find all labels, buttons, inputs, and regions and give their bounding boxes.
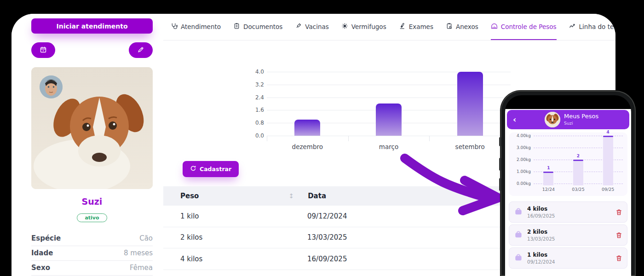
bar-setembro <box>457 72 483 136</box>
clipboard-search-icon <box>446 23 453 31</box>
weight-chart-icon <box>491 23 498 31</box>
tab-linha-do-tempo[interactable]: Linha do tempo <box>569 14 615 40</box>
y-tick: 3.2 <box>247 81 264 88</box>
phone-header: ‹ Meus Pesos Suzi <box>507 110 629 129</box>
syringe-icon <box>295 23 302 31</box>
test-tube-icon <box>399 23 406 31</box>
phone-bar-0325: 2 <box>573 160 583 185</box>
phone-weight-chart: 4.00kg 3.00kg 2.00kg 1.00kg 0.00kg 1 2 4 <box>509 132 627 196</box>
phone-weight-list: 4 kilos 16/09/2025 <box>509 201 627 269</box>
attr-row-idade: Idade 8 meses <box>31 246 153 261</box>
tab-documentos[interactable]: Documentos <box>233 14 282 40</box>
phone-volume-down-button <box>499 178 501 191</box>
pet-photo <box>31 67 153 189</box>
status-badge: ativo <box>77 213 107 222</box>
edit-pencil-icon <box>137 46 144 55</box>
delete-trash-icon[interactable] <box>615 209 622 216</box>
pasted-face-avatar <box>40 75 63 98</box>
y-tick: 0.8 <box>247 120 264 126</box>
phone-screen: ‹ Meus Pesos Suzi <box>505 95 631 276</box>
list-item: 2 kilos 13/03/2025 <box>509 224 627 246</box>
calendar-icon <box>40 46 47 55</box>
patient-sidebar: Iniciar atendimento <box>12 14 163 276</box>
tab-exames[interactable]: Exames <box>399 14 433 40</box>
weight-icon <box>514 230 523 241</box>
bar-dezembro <box>294 120 320 136</box>
bar-marco <box>376 104 402 136</box>
delete-trash-icon[interactable] <box>615 255 622 262</box>
parasite-icon <box>341 23 348 31</box>
y-tick: 2.4 <box>247 94 264 101</box>
register-weight-button[interactable]: Cadastrar <box>183 161 239 177</box>
column-peso: Peso <box>180 192 199 200</box>
calendar-button[interactable] <box>31 42 55 58</box>
phone-subtitle: Suzi <box>564 121 598 126</box>
sort-icon[interactable]: ↕ <box>288 192 294 200</box>
y-tick: 1.6 <box>247 107 264 113</box>
pet-attributes: Espécie Cão Idade 8 meses Sexo Fêmea Raç… <box>31 231 153 276</box>
pet-avatar <box>545 112 560 127</box>
tab-vacinas[interactable]: Vacinas <box>295 14 329 40</box>
clipboard-icon <box>233 23 240 31</box>
y-tick: 0.0 <box>247 132 264 139</box>
weight-bar-chart: 4.0 3.2 2.4 1.6 0.8 0.0 dezembro março s… <box>267 72 511 136</box>
phone-mockup: ‹ Meus Pesos Suzi <box>500 91 636 276</box>
weight-icon <box>514 253 523 264</box>
list-item: 1 kilos 09/12/2024 <box>509 247 627 269</box>
column-data: Data <box>308 192 326 200</box>
tab-anexos[interactable]: Anexos <box>446 14 478 40</box>
stethoscope-icon <box>171 23 178 31</box>
x-axis-labels: dezembro março setembro <box>267 143 511 150</box>
line-chart-icon <box>569 23 576 31</box>
phone-mute-switch <box>499 137 501 146</box>
tab-bar: Atendimento Documentos <box>163 14 615 40</box>
y-tick: 4.0 <box>247 69 264 75</box>
start-attendance-button[interactable]: Iniciar atendimento <box>31 18 153 34</box>
phone-bar-0925: 4 <box>603 136 613 185</box>
tab-atendimento[interactable]: Atendimento <box>171 14 221 40</box>
phone-x-axis-labels: 12/24 03/25 09/25 <box>534 187 623 192</box>
phone-bar-1224: 1 <box>543 172 553 185</box>
phone-volume-up-button <box>499 158 501 171</box>
weight-icon <box>514 207 523 218</box>
pet-name: Suzi <box>31 196 153 207</box>
phone-title: Meus Pesos <box>564 113 598 120</box>
attr-row-sexo: Sexo Fêmea <box>31 261 153 276</box>
list-item: 4 kilos 16/09/2025 <box>509 201 627 223</box>
edit-button[interactable] <box>129 42 153 58</box>
tab-vermifugos[interactable]: Vermifugos <box>341 14 386 40</box>
back-chevron-icon[interactable]: ‹ <box>513 115 516 124</box>
attr-row-especie: Espécie Cão <box>31 231 153 246</box>
tab-controle-de-pesos[interactable]: Controle de Pesos <box>491 14 557 40</box>
refresh-icon <box>190 165 196 173</box>
delete-trash-icon[interactable] <box>615 232 622 239</box>
